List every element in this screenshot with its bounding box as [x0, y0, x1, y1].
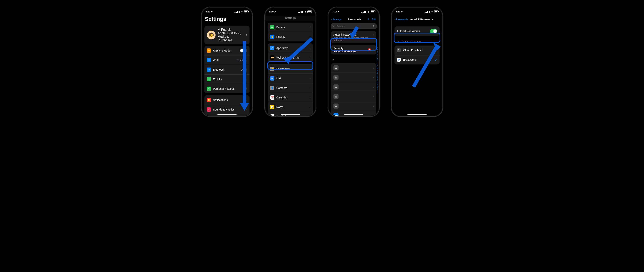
index-letter[interactable]: X [376, 87, 378, 89]
index-list[interactable]: ABCDEFGHIJKLMNOPQRSTUVWXYZ# [376, 47, 378, 94]
password-entry[interactable]: A › [331, 82, 376, 92]
index-letter[interactable]: Z [376, 91, 378, 92]
airplane-mode-row[interactable]: ✈Airplane Mode [204, 46, 250, 55]
password-entry[interactable]: A › [331, 63, 376, 73]
index-letter[interactable]: P [376, 73, 378, 75]
index-letter[interactable]: U [376, 82, 378, 84]
search-input[interactable] [336, 25, 371, 28]
password-entry[interactable]: Aff › [331, 111, 376, 116]
index-letter[interactable]: V [376, 84, 378, 85]
back-button[interactable]: ‹ Settings [331, 18, 342, 21]
password-entry[interactable]: A › [331, 73, 376, 82]
index-letter[interactable]: C [376, 50, 378, 52]
index-letter[interactable]: E [376, 54, 378, 56]
security-recommendations-row[interactable]: Security Recommendations ! › [331, 45, 376, 55]
chevron-right-icon: › [373, 48, 374, 51]
index-letter[interactable]: J [376, 63, 378, 64]
index-letter[interactable]: D [376, 52, 378, 54]
autofill-passwords-row[interactable]: AutoFill Passwords AutoFill helps you si… [331, 31, 376, 43]
search-field[interactable] [331, 23, 376, 29]
wifi-icon [367, 10, 370, 14]
calendar-row[interactable]: 📅Calendar› [268, 93, 313, 102]
home-indicator[interactable] [344, 114, 364, 115]
index-letter[interactable]: B [376, 49, 378, 50]
index-letter[interactable]: # [376, 92, 378, 94]
home-indicator[interactable] [217, 114, 237, 115]
index-letter[interactable]: N [376, 70, 378, 71]
wifi-row[interactable]: Wi-FiTucks› [204, 55, 250, 65]
add-button[interactable]: + [367, 17, 370, 22]
sounds-haptics-row[interactable]: Sounds & Haptics› [204, 105, 250, 114]
cellular-row[interactable]: Cellular› [204, 74, 250, 84]
app-store-label: App Store [276, 47, 308, 50]
mail-icon: ✉ [270, 76, 274, 81]
chevron-right-icon: › [310, 26, 310, 29]
notes-row[interactable]: 📝Notes› [268, 102, 313, 112]
battery-icon [244, 11, 248, 13]
page-title: Settings [202, 16, 252, 24]
edit-button[interactable]: Edit [372, 18, 376, 21]
reminders-label: Reminders [276, 115, 308, 116]
passwords-row[interactable]: 🔑Passwords› [268, 64, 313, 74]
personal-hotspot-row[interactable]: Personal Hotspot› [204, 84, 250, 93]
airplane-mode-switch[interactable] [240, 49, 247, 53]
notifications-row[interactable]: 🔔Notifications› [204, 95, 250, 105]
entry-avatar: Aff [334, 113, 338, 116]
autofill-toggle-row[interactable]: AutoFill Passwords [394, 27, 440, 36]
index-letter[interactable]: I [376, 61, 378, 63]
wifi-icon [207, 58, 211, 62]
airplane-mode-icon: ✈ [207, 49, 211, 53]
settings-group: 🔑Passwords›✉Mail›👤Contacts›📅Calendar›📝No… [268, 64, 313, 116]
contacts-label: Contacts [276, 86, 308, 90]
chevron-right-icon: › [246, 33, 247, 37]
1password-row[interactable]: ①1Password✓ [394, 55, 440, 64]
chevron-right-icon: › [246, 78, 247, 81]
index-letter[interactable]: G [376, 57, 378, 59]
index-letter[interactable]: W [376, 85, 378, 87]
index-letter[interactable]: H [376, 59, 378, 61]
battery-label: Battery [276, 26, 308, 29]
autofill-toggle[interactable] [430, 29, 437, 33]
chevron-left-icon: ‹ [331, 18, 332, 21]
back-button[interactable]: ‹ Passwords [394, 18, 408, 21]
airplane-mode-label: Airplane Mode [213, 49, 238, 52]
personal-hotspot-label: Personal Hotspot [213, 87, 244, 90]
security-label: Security Recommendations [334, 47, 366, 53]
home-indicator[interactable] [280, 114, 300, 115]
index-letter[interactable]: S [376, 78, 378, 80]
cellular-label: Cellular [213, 78, 244, 81]
chevron-right-icon: › [310, 35, 310, 38]
index-letter[interactable]: Y [376, 89, 378, 91]
chevron-right-icon: › [373, 95, 374, 98]
index-letter[interactable]: Q [376, 75, 378, 77]
privacy-row[interactable]: ✋Privacy› [268, 32, 313, 42]
back-label: Passwords [396, 18, 408, 21]
settings-group: Battery›✋Privacy› [268, 23, 313, 42]
apple-id-subtitle: Apple ID, iCloud, Media & Purchases [218, 32, 244, 42]
index-letter[interactable]: K [376, 64, 378, 66]
wallet-apple-pay-row[interactable]: 💳Wallet & Apple Pay› [268, 53, 313, 62]
home-indicator[interactable] [407, 114, 427, 115]
password-entry[interactable]: A › [331, 101, 376, 111]
svg-rect-4 [272, 27, 272, 28]
sounds-haptics-icon [207, 107, 211, 112]
index-letter[interactable]: O [376, 71, 378, 73]
bluetooth-row[interactable]: BluetoothOn› [204, 65, 250, 74]
alert-icon: ! [368, 48, 371, 51]
apple-id-card[interactable]: 🧑 M Potuck Apple ID, iCloud, Media & Pur… [204, 26, 250, 44]
mail-row[interactable]: ✉Mail› [268, 74, 313, 83]
index-letter[interactable]: M [376, 68, 378, 70]
icloud-keychain-row[interactable]: iCloud Keychain✓ [394, 46, 440, 55]
index-letter[interactable]: A [376, 47, 378, 49]
index-letter[interactable]: L [376, 66, 378, 68]
contacts-row[interactable]: 👤Contacts› [268, 83, 313, 93]
password-entry[interactable]: A › [331, 92, 376, 101]
passwords-icon: 🔑 [270, 67, 274, 71]
index-letter[interactable]: T [376, 80, 378, 82]
index-letter[interactable]: R [376, 77, 378, 78]
app-store-row[interactable]: AApp Store› [268, 43, 313, 53]
mic-icon[interactable] [372, 25, 375, 28]
index-letter[interactable]: F [376, 56, 378, 57]
phone-passwords: 3:19 ➤ ▮▮▮▮ ‹ Settings Passwords + Edit [329, 8, 378, 116]
battery-row[interactable]: Battery› [268, 23, 313, 32]
